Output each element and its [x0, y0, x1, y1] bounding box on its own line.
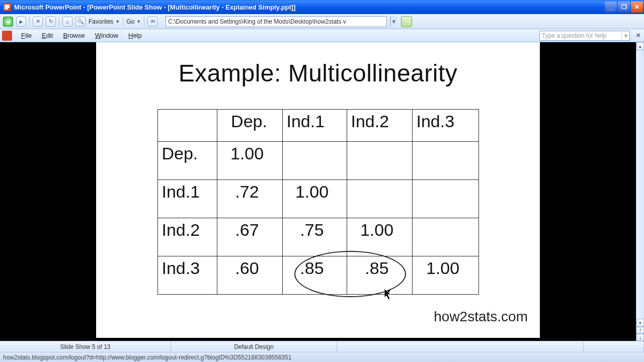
highlight-oval [294, 251, 406, 297]
close-document-button[interactable]: ✕ [634, 32, 642, 40]
stop-button[interactable]: ✕ [33, 17, 43, 27]
menu-window-label: indow [101, 32, 118, 39]
row-label: Ind.2 [157, 218, 217, 256]
table-header-dep: Dep. [217, 110, 282, 142]
slide: Example: Multicollinearity Dep. Ind.1 In… [96, 42, 540, 338]
help-search-box[interactable]: Type a question for help ▾ [539, 31, 630, 41]
back-button[interactable]: ◄ [3, 17, 13, 27]
slide-title: Example: Multicollinearity [96, 42, 540, 87]
menu-file-label: ile [25, 32, 32, 39]
cell [412, 218, 478, 256]
navigation-toolbar: ◄ ► ✕ ↻ ⌂ 🔍 Favorites▼ Go▼ ✉ C:\Document… [0, 14, 644, 29]
address-dropdown[interactable]: ▼ [390, 16, 397, 27]
scroll-up-icon[interactable]: ▴ [636, 42, 644, 50]
search-button[interactable]: 🔍 [75, 17, 86, 27]
go-button[interactable] [401, 16, 412, 27]
favorites-menu[interactable]: Favorites [89, 18, 113, 25]
table-row: Ind.2 .67 .75 1.00 [157, 218, 478, 256]
forward-button[interactable]: ► [16, 17, 26, 27]
menu-help[interactable]: Help [123, 31, 147, 40]
slide-counter: Slide Show 5 of 13 [0, 341, 171, 352]
powerpoint-icon [3, 3, 11, 11]
scroll-down-icon[interactable]: ▾ [636, 319, 644, 327]
menu-edit-label: dit [46, 32, 53, 39]
go-menu[interactable]: Go [126, 18, 134, 25]
powerpoint-status-bar: Slide Show 5 of 13 Default Design [0, 341, 644, 352]
menu-edit[interactable]: Edit [37, 31, 58, 40]
home-button[interactable]: ⌂ [62, 17, 72, 27]
menu-file[interactable]: File [16, 31, 37, 40]
cell: 1.00 [347, 218, 412, 256]
table-header-ind2: Ind.2 [347, 110, 412, 142]
cell [347, 180, 412, 218]
table-header-blank [157, 110, 217, 142]
document-icon [2, 31, 12, 41]
cell: 1.00 [412, 256, 478, 295]
browser-status-bar: how2stats.blogspot.com/logout?d=http://w… [0, 352, 644, 362]
slideshow-stage[interactable]: Example: Multicollinearity Dep. Ind.1 In… [0, 42, 636, 341]
table-row: Dep. 1.00 [157, 142, 478, 180]
cell [412, 142, 478, 180]
menu-browse-label: rowse [67, 32, 85, 39]
menu-window[interactable]: Window [90, 31, 123, 40]
mail-button[interactable]: ✉ [147, 17, 157, 27]
row-label: Ind.3 [157, 256, 217, 295]
cell: 1.00 [282, 180, 347, 218]
menu-browse[interactable]: Browse [58, 31, 90, 40]
refresh-button[interactable]: ↻ [46, 17, 56, 27]
cell [282, 142, 347, 180]
help-dropdown-icon[interactable]: ▾ [621, 32, 627, 39]
table-header-ind3: Ind.3 [412, 110, 478, 142]
next-slide-button[interactable]: ⭣ [636, 334, 644, 341]
row-label: Ind.1 [157, 180, 217, 218]
close-button[interactable]: ✕ [631, 2, 643, 13]
cell [347, 142, 412, 180]
table-header-ind1: Ind.1 [282, 110, 347, 142]
status-url: how2stats.blogspot.com/logout?d=http://w… [3, 354, 291, 361]
design-name: Default Design [171, 341, 337, 352]
cell: .72 [217, 180, 282, 218]
cell: 1.00 [217, 142, 282, 180]
address-text: C:\Documents and Settings\King of the Mo… [168, 18, 346, 25]
window-titlebar: Microsoft PowerPoint - [PowerPoint Slide… [0, 0, 644, 14]
minimize-button[interactable]: _ [605, 2, 617, 13]
table-row: Ind.1 .72 1.00 [157, 180, 478, 218]
row-label: Dep. [157, 142, 217, 180]
cell [412, 180, 478, 218]
menu-help-label: elp [133, 32, 141, 39]
menu-bar: File Edit Browse Window Help Type a ques… [0, 29, 644, 42]
maximize-button[interactable]: ❐ [618, 2, 630, 13]
slide-footer-url: how2stats.com [434, 309, 528, 325]
window-title: Microsoft PowerPoint - [PowerPoint Slide… [14, 4, 605, 11]
address-bar[interactable]: C:\Documents and Settings\King of the Mo… [166, 16, 387, 27]
cell: .75 [282, 218, 347, 256]
help-placeholder: Type a question for help [542, 32, 606, 39]
prev-slide-button[interactable]: ⭡ [636, 327, 644, 334]
vertical-scrollbar[interactable]: ▴ ▾ ⭡ ⭣ [636, 42, 644, 341]
cell: .60 [217, 256, 282, 295]
cell: .67 [217, 218, 282, 256]
